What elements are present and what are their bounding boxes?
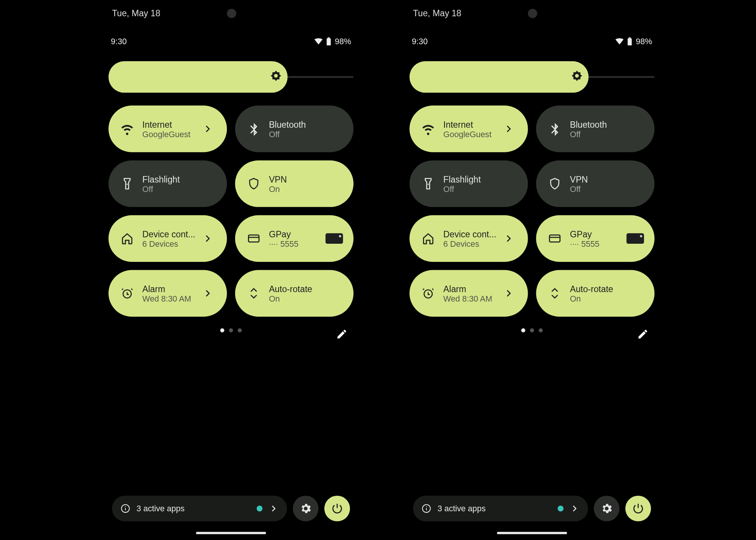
flashlight-icon: [120, 177, 134, 191]
settings-button[interactable]: [293, 496, 319, 521]
alarm-icon: [120, 286, 134, 300]
tile-device[interactable]: Device cont...6 Devices: [108, 215, 227, 261]
alarm-icon: [421, 286, 435, 300]
tile-title: Bluetooth: [269, 119, 344, 129]
tile-subtitle: Off: [443, 184, 519, 193]
edit-tiles-button[interactable]: [635, 326, 651, 342]
card-icon: [548, 232, 562, 246]
tile-flashlight[interactable]: FlashlightOff: [409, 160, 528, 207]
active-apps-button[interactable]: 3 active apps: [413, 496, 588, 521]
battery-text: 98%: [636, 37, 652, 46]
card-icon: [247, 232, 261, 246]
svg-point-3: [274, 74, 277, 78]
chevron-right-icon[interactable]: [198, 233, 217, 244]
tile-title: Bluetooth: [570, 119, 645, 129]
svg-rect-1: [328, 37, 330, 39]
bluetooth-icon: [247, 122, 261, 136]
battery-status-icon: [627, 37, 632, 46]
tile-rotate[interactable]: Auto-rotateOn: [235, 270, 353, 317]
tile-internet[interactable]: InternetGoogleGuest: [409, 105, 528, 152]
gesture-nav-pill[interactable]: [196, 532, 266, 534]
camera-cutout: [227, 8, 236, 18]
settings-button[interactable]: [594, 496, 620, 521]
brightness-slider[interactable]: [409, 61, 654, 93]
tile-device[interactable]: Device cont...6 Devices: [409, 215, 528, 261]
tile-labels: FlashlightOff: [443, 174, 519, 193]
brightness-fill: [108, 61, 287, 93]
home-icon: [421, 232, 435, 246]
tile-subtitle: Off: [143, 184, 218, 193]
gpay-card-icon: [324, 233, 344, 244]
svg-point-10: [125, 506, 126, 507]
brightness-icon: [570, 70, 584, 84]
qs-tiles: InternetGoogleGuestBluetoothOffFlashligh…: [409, 105, 654, 317]
tile-subtitle: On: [269, 294, 344, 303]
edit-tiles-button[interactable]: [334, 326, 350, 342]
tile-gpay[interactable]: GPay···· 5555: [536, 215, 654, 261]
tile-title: Internet: [143, 119, 198, 129]
wifi-icon: [421, 122, 435, 136]
chevron-right-icon[interactable]: [499, 233, 518, 244]
tile-labels: Device cont...6 Devices: [443, 229, 499, 248]
tile-title: GPay: [570, 229, 626, 239]
brightness-slider[interactable]: [108, 61, 353, 93]
power-button[interactable]: [625, 496, 651, 521]
svg-point-21: [426, 506, 427, 507]
active-apps-label: 3 active apps: [136, 504, 251, 513]
status-time: 9:30: [111, 37, 127, 46]
tile-rotate[interactable]: Auto-rotateOn: [536, 270, 654, 317]
home-icon: [120, 232, 134, 246]
tile-internet[interactable]: InternetGoogleGuest: [108, 105, 227, 152]
tile-subtitle: ···· 5555: [269, 239, 324, 248]
wifi-icon: [120, 122, 134, 136]
tile-subtitle: Wed 8:30 AM: [143, 294, 198, 303]
date-text: Tue, May 18: [413, 8, 462, 18]
bluetooth-icon: [548, 122, 562, 136]
tile-title: Device cont...: [143, 229, 198, 239]
tile-title: Device cont...: [443, 229, 499, 239]
status-time: 9:30: [412, 37, 428, 46]
chevron-right-icon[interactable]: [198, 288, 217, 299]
chevron-right-icon[interactable]: [198, 123, 217, 135]
tile-subtitle: Wed 8:30 AM: [443, 294, 499, 303]
phone-panel: Tue, May 189:3098%InternetGoogleGuestBlu…: [409, 0, 654, 539]
tile-subtitle: On: [269, 184, 344, 193]
tile-flashlight[interactable]: FlashlightOff: [108, 160, 227, 207]
tile-alarm[interactable]: AlarmWed 8:30 AM: [108, 270, 227, 317]
tile-bluetooth[interactable]: BluetoothOff: [235, 105, 353, 152]
chevron-right-icon[interactable]: [499, 123, 518, 135]
chevron-right-icon[interactable]: [499, 288, 518, 299]
tile-labels: FlashlightOff: [143, 174, 218, 193]
camera-cutout: [528, 8, 538, 18]
active-apps-button[interactable]: 3 active apps: [112, 496, 287, 521]
tile-title: VPN: [269, 174, 344, 184]
tile-labels: AlarmWed 8:30 AM: [443, 284, 499, 303]
tile-title: Auto-rotate: [269, 284, 344, 294]
tile-subtitle: Off: [269, 129, 344, 139]
tile-vpn[interactable]: VPNOff: [536, 160, 654, 207]
gesture-nav-pill[interactable]: [497, 532, 567, 534]
svg-point-14: [575, 74, 579, 78]
shield-icon: [548, 177, 562, 191]
active-apps-label: 3 active apps: [437, 504, 552, 513]
page-indicator: [521, 328, 543, 333]
tile-labels: GPay···· 5555: [570, 229, 626, 248]
tile-gpay[interactable]: GPay···· 5555: [235, 215, 353, 261]
gpay-card-icon: [625, 233, 645, 244]
date-text: Tue, May 18: [112, 8, 160, 18]
tile-bluetooth[interactable]: BluetoothOff: [536, 105, 654, 152]
power-button[interactable]: [324, 496, 350, 521]
tile-subtitle: Off: [570, 129, 645, 139]
chevron-right-icon: [569, 503, 580, 514]
svg-rect-12: [629, 37, 631, 39]
tile-subtitle: ···· 5555: [570, 239, 626, 248]
qs-tiles: InternetGoogleGuestBluetoothOffFlashligh…: [108, 105, 353, 317]
tile-subtitle: GoogleGuest: [143, 129, 198, 139]
tile-vpn[interactable]: VPNOn: [235, 160, 353, 207]
tile-labels: InternetGoogleGuest: [443, 119, 499, 139]
tile-subtitle: 6 Devices: [443, 239, 499, 248]
svg-rect-16: [550, 235, 560, 242]
tile-title: VPN: [570, 174, 645, 184]
tile-alarm[interactable]: AlarmWed 8:30 AM: [409, 270, 528, 317]
phone-panel: Tue, May 189:3098%InternetGoogleGuestBlu…: [108, 0, 353, 539]
